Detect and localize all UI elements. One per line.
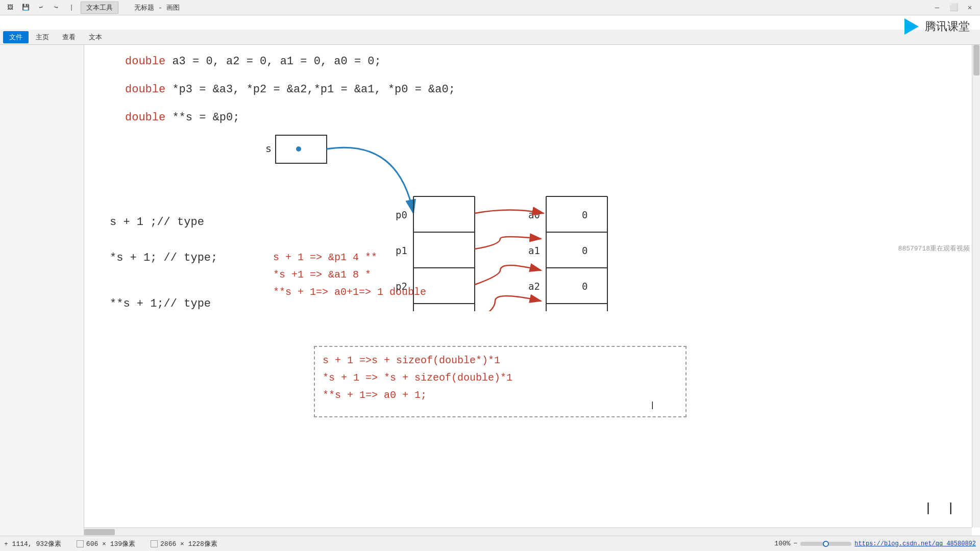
code-block-4: **s + 1;// type — [110, 295, 211, 316]
redo-icon[interactable]: ↪ — [50, 2, 62, 13]
minimize-button[interactable]: — — [931, 2, 943, 14]
tencent-play-icon — [900, 16, 921, 37]
dashed-line-3: **s + 1=> a0 + 1; — [323, 387, 678, 404]
menu-item-text[interactable]: 文本 — [83, 31, 108, 43]
menu-item-file[interactable]: 文件 — [3, 31, 29, 43]
dashed-line-1: s + 1 =>s + sizeof(double*)*1 — [323, 352, 678, 369]
scrollbar-thumb-h[interactable] — [84, 529, 115, 535]
image-size: 2866 × 1228像素 — [160, 539, 217, 548]
zoom-out-button[interactable]: − — [794, 540, 798, 547]
zoom-thumb[interactable] — [823, 541, 829, 547]
tencent-logo: 腾讯课堂 — [900, 16, 970, 37]
code-block-3: *s + 1; // type; — [110, 249, 217, 270]
svg-text:a1: a1 — [528, 245, 540, 256]
svg-text:s: s — [265, 142, 272, 155]
zoom-level: 100% — [774, 540, 790, 547]
code-rest-1: a3 = 0, a2 = 0, a1 = 0, a0 = 0; — [165, 55, 381, 68]
selection-indicator — [77, 540, 84, 547]
svg-text:p1: p1 — [396, 245, 407, 256]
svg-text:p2: p2 — [396, 281, 407, 292]
undo-icon[interactable]: ↩ — [35, 2, 47, 13]
app-icon: 🖼 — [4, 2, 16, 13]
memory-diagram: s p0 p1 p2 p3 a0 a1 a2 a3 0 0 0 0 — [225, 87, 623, 311]
code-line-4: s + 1 ;// type — [110, 213, 204, 231]
dashed-line-2: *s + 1 => *s + sizeof(double)*1 — [323, 369, 678, 387]
close-button[interactable]: ✕ — [964, 2, 976, 14]
watermark: 88579718重在观看视频 — [898, 244, 970, 253]
window-title: 无标题 - 画图 — [134, 3, 179, 12]
cursor-indicators: | | — [924, 502, 954, 515]
toolbar-separator: | — [65, 2, 78, 13]
left-ruler — [0, 45, 84, 536]
code-block-2: s + 1 ;// type — [110, 213, 204, 234]
code-text-5: *s + 1; // type; — [110, 252, 217, 264]
svg-text:0: 0 — [582, 245, 587, 256]
svg-text:0: 0 — [582, 281, 587, 292]
code-line-5: *s + 1; // type; — [110, 249, 217, 267]
svg-point-2 — [296, 146, 301, 152]
tencent-brand-text: 腾讯课堂 — [925, 19, 970, 34]
titlebar-left: 🖼 💾 ↩ ↪ | 文本工具 无标题 - 画图 — [4, 2, 180, 14]
code-text-6: **s + 1;// type — [110, 297, 211, 310]
dashed-textbox[interactable]: s + 1 =>s + sizeof(double*)*1 *s + 1 => … — [314, 346, 687, 417]
text-cursor: | — [650, 401, 655, 410]
keyword-double-2: double — [125, 83, 165, 96]
menu-item-view[interactable]: 查看 — [56, 31, 82, 43]
svg-rect-1 — [276, 135, 327, 163]
cursor-position: + 1114, 932像素 — [4, 539, 61, 548]
code-text-4: s + 1 ;// type — [110, 216, 204, 229]
vertical-scrollbar[interactable] — [972, 45, 980, 528]
menubar: 文件 主页 查看 文本 — [0, 30, 980, 45]
statusbar: + 1114, 932像素 606 × 139像素 2866 × 1228像素 … — [0, 536, 980, 551]
url-link: https://blog.csdn.net/qq_48580892 — [854, 540, 976, 547]
titlebar: 🖼 💾 ↩ ↪ | 文本工具 无标题 - 画图 — ⬜ ✕ — [0, 0, 980, 15]
svg-text:a2: a2 — [528, 281, 540, 292]
scrollbar-thumb-v[interactable] — [973, 45, 979, 76]
selection-size: 606 × 139像素 — [86, 539, 135, 548]
keyword-double-3: double — [125, 111, 165, 124]
maximize-button[interactable]: ⬜ — [947, 2, 960, 14]
toolbar-tab-text: 文本工具 — [81, 2, 118, 14]
image-indicator — [151, 540, 158, 547]
svg-text:0: 0 — [582, 209, 587, 220]
code-line-6: **s + 1;// type — [110, 295, 211, 313]
menu-item-home[interactable]: 主页 — [30, 31, 55, 43]
titlebar-controls: — ⬜ ✕ — [931, 2, 976, 14]
svg-text:p0: p0 — [396, 209, 407, 220]
zoom-slider[interactable] — [800, 542, 851, 546]
code-line-1: double a3 = 0, a2 = 0, a1 = 0, a0 = 0; — [125, 53, 455, 70]
save-icon[interactable]: 💾 — [19, 2, 32, 13]
svg-marker-0 — [904, 18, 919, 35]
keyword-double-1: double — [125, 55, 165, 68]
horizontal-scrollbar[interactable] — [84, 528, 972, 536]
